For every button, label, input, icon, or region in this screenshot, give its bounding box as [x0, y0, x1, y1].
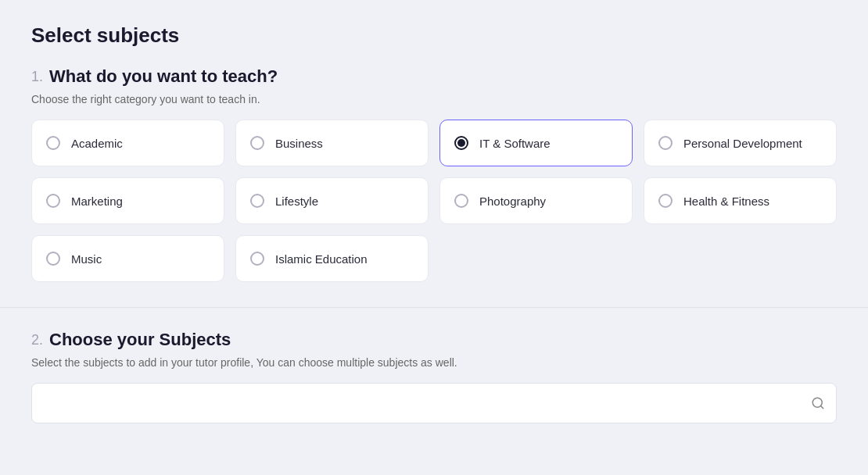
radio-music [46, 252, 60, 266]
category-card-photography[interactable]: Photography [439, 177, 633, 224]
section2-subtitle: Select the subjects to add in your tutor… [31, 356, 837, 369]
radio-personal-development [658, 136, 673, 150]
page-title: Select subjects [31, 23, 837, 48]
category-label-it-software: IT & Software [479, 137, 551, 150]
radio-academic [46, 136, 60, 150]
category-label-islamic-education: Islamic Education [275, 252, 368, 266]
category-label-health-fitness: Health & Fitness [683, 195, 769, 208]
search-icon [811, 396, 825, 410]
section1-number: 1. [31, 69, 43, 85]
radio-lifestyle [250, 194, 264, 208]
category-label-music: Music [71, 252, 102, 266]
radio-business [250, 136, 264, 150]
section2-number: 2. [31, 332, 43, 348]
category-label-lifestyle: Lifestyle [275, 195, 318, 208]
category-label-academic: Academic [71, 137, 123, 150]
category-card-it-software[interactable]: IT & Software [439, 120, 633, 166]
category-label-marketing: Marketing [71, 195, 123, 208]
section1-title: What do you want to teach? [49, 66, 278, 87]
category-card-marketing[interactable]: Marketing [31, 177, 224, 224]
category-card-health-fitness[interactable]: Health & Fitness [644, 177, 837, 224]
category-card-islamic-education[interactable]: Islamic Education [235, 235, 429, 282]
category-label-business: Business [275, 137, 323, 150]
category-card-personal-development[interactable]: Personal Development [644, 120, 837, 166]
radio-it-software [454, 136, 468, 150]
category-card-business[interactable]: Business [235, 120, 429, 166]
category-card-lifestyle[interactable]: Lifestyle [235, 177, 429, 224]
radio-islamic-education [250, 252, 264, 266]
category-card-music[interactable]: Music [31, 235, 224, 282]
search-input[interactable] [43, 397, 811, 410]
categories-grid: AcademicBusinessIT & SoftwarePersonal De… [31, 120, 837, 282]
section1-subtitle: Choose the right category you want to te… [31, 93, 837, 105]
radio-photography [454, 194, 468, 208]
section-category: 1. What do you want to teach? Choose the… [31, 66, 837, 282]
search-wrapper [31, 383, 837, 423]
radio-marketing [46, 194, 60, 208]
section-divider [0, 307, 868, 308]
category-label-personal-development: Personal Development [683, 137, 802, 150]
section2-title: Choose your Subjects [49, 330, 231, 350]
category-label-photography: Photography [479, 195, 546, 208]
radio-health-fitness [658, 194, 673, 208]
category-card-academic[interactable]: Academic [31, 120, 224, 166]
section-subjects: 2. Choose your Subjects Select the subje… [31, 330, 837, 423]
svg-line-1 [820, 405, 823, 408]
